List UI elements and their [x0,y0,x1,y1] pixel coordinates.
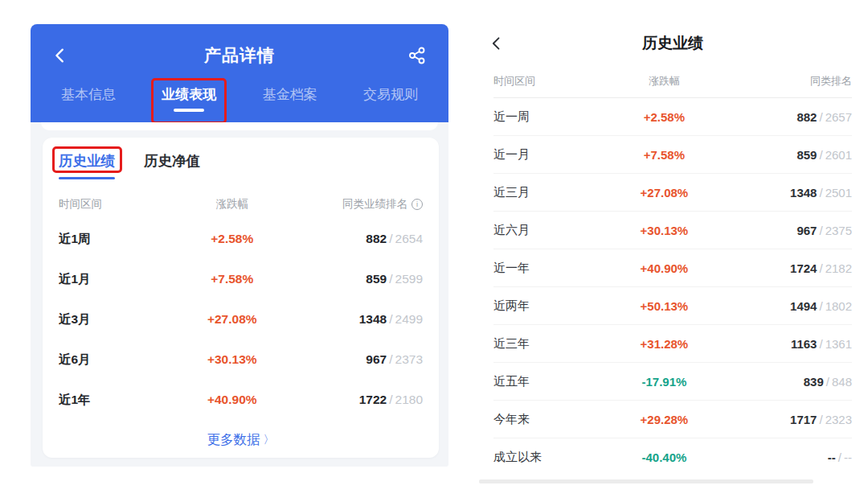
tab-label: 交易规则 [363,87,418,102]
column-header-rank: 同类业绩排名 [290,197,423,212]
rank-separator: / [389,312,392,327]
rank-separator: / [819,413,822,426]
row-rank: 859 / 2601 [721,148,852,162]
history-table: 时间区间 涨跌幅 同类排名 近一周+2.58%882 / 2657近一月+7.5… [479,64,866,476]
row-change: -17.91% [608,375,722,389]
row-change: +40.90% [174,393,290,407]
back-button[interactable] [51,45,72,66]
row-change: +29.28% [608,413,722,426]
rank-separator: / [819,186,822,200]
more-data-link[interactable]: 更多数据 〉 [59,420,423,460]
history-rows: 近一周+2.58%882 / 2657近一月+7.58%859 / 2601近三… [493,98,852,476]
row-change: +2.58% [608,110,722,124]
tab-交易规则[interactable]: 交易规则 [362,84,420,113]
rank-separator: / [819,337,822,351]
row-period: 近一周 [493,109,608,125]
rank-separator: / [819,110,822,124]
rank-denominator: -- [844,451,852,464]
active-tab-underline [174,109,204,112]
rank-numerator: 967 [366,352,387,367]
table-row: 成立以来-40.40%-- / -- [493,438,852,476]
table-row: 近一周+2.58%882 / 2657 [493,98,852,136]
performance-card: 历史业绩历史净值 时间区间 涨跌幅 同类业绩排名 近1周+2.58%882 / … [43,138,439,458]
scroll-body: 历史业绩历史净值 时间区间 涨跌幅 同类业绩排名 近1周+2.58%882 / … [31,122,448,467]
share-button[interactable] [407,45,428,66]
rank-numerator: 1724 [790,261,817,275]
more-data-label: 更多数据 [207,431,260,449]
section-divider-bar [479,479,813,483]
tab-label: 业绩表现 [162,87,216,102]
row-period: 近两年 [493,298,608,314]
row-change: +2.58% [174,232,290,246]
table-row: 近三月+27.08%1348 / 2501 [493,174,852,212]
row-change: +7.58% [608,148,722,162]
column-header-change: 涨跌幅 [174,197,290,212]
rank-separator: / [819,299,822,313]
table-row: 今年来+29.28%1717 / 2323 [493,401,852,438]
page-title: 历史业绩 [479,33,866,54]
table-row: 近一年+40.90%1724 / 2182 [493,249,852,287]
row-rank: 859 / 2599 [290,272,423,286]
rank-separator: / [819,261,822,275]
chevron-right-icon: 〉 [264,433,275,447]
rank-denominator: 2601 [825,148,852,162]
screenshot-canvas: 产品详情 基本信息业绩表现基金档案交易规则 历史业绩历史净值 时间区间 [0,0,868,502]
tab-基金档案[interactable]: 基金档案 [261,84,319,113]
active-subtab-underline [59,177,115,179]
table-row: 近3月+27.08%1348 / 2499 [59,299,423,339]
rank-denominator: 2499 [395,312,423,327]
rank-denominator: 2180 [395,393,423,407]
row-period: 近6月 [59,352,174,368]
row-rank: 1722 / 2180 [290,393,423,407]
rank-separator: / [819,224,822,237]
rank-numerator: 1722 [359,393,387,407]
row-rank: -- / -- [721,451,852,464]
row-rank: 967 / 2373 [290,352,423,367]
table-row: 近三年+31.28%1163 / 1361 [493,325,852,363]
row-change: +27.08% [174,312,290,327]
rank-separator: / [838,451,841,464]
row-period: 成立以来 [493,450,608,465]
rank-denominator: 2323 [825,413,852,426]
table-row: 近六月+30.13%967 / 2375 [493,212,852,249]
subtab-label: 历史业绩 [59,153,115,169]
rank-separator: / [389,272,392,286]
table-header: 时间区间 涨跌幅 同类排名 [493,64,852,98]
rank-denominator: 1802 [825,299,852,313]
table-row: 近1周+2.58%882 / 2654 [59,219,423,259]
rank-numerator: -- [828,451,836,464]
blue-header: 产品详情 基本信息业绩表现基金档案交易规则 [31,24,448,122]
subtab-历史净值[interactable]: 历史净值 [144,151,200,171]
performance-rows: 近1周+2.58%882 / 2654近1月+7.58%859 / 2599近3… [59,219,423,420]
info-icon[interactable] [411,199,423,210]
row-rank: 1348 / 2501 [721,186,852,200]
rank-denominator: 2182 [825,261,852,275]
row-rank: 882 / 2657 [721,110,852,124]
row-rank: 1163 / 1361 [721,337,852,351]
card-subtabs: 历史业绩历史净值 [59,151,423,190]
rank-numerator: 859 [796,148,817,162]
rank-numerator: 1717 [790,413,817,426]
tab-label: 基金档案 [263,87,317,102]
product-detail-screen: 产品详情 基本信息业绩表现基金档案交易规则 历史业绩历史净值 时间区间 [31,24,448,467]
subtab-历史业绩[interactable]: 历史业绩 [59,151,115,179]
tab-业绩表现[interactable]: 业绩表现 [160,84,218,113]
table-row: 近五年-17.91%839 / 848 [493,363,852,401]
subtab-label-wrap: 历史业绩 [59,151,115,171]
tab-基本信息[interactable]: 基本信息 [59,84,117,113]
subtab-label: 历史净值 [144,153,200,169]
history-performance-screen: 历史业绩 时间区间 涨跌幅 同类排名 近一周+2.58%882 / 2657近一… [479,23,866,494]
row-period: 近三月 [493,185,608,200]
rank-denominator: 1361 [825,337,852,351]
row-rank: 1717 / 2323 [721,413,852,426]
page-title: 产品详情 [72,44,407,67]
nav-bar: 历史业绩 [479,23,866,64]
rank-numerator: 839 [804,375,824,389]
rank-denominator: 2375 [825,224,852,237]
row-period: 近1周 [59,231,174,248]
rank-denominator: 2657 [825,110,852,124]
rank-numerator: 859 [366,272,387,286]
previous-card-edge [41,122,438,130]
table-row: 近两年+50.13%1494 / 1802 [493,287,852,325]
table-row: 近一月+7.58%859 / 2601 [493,136,852,174]
